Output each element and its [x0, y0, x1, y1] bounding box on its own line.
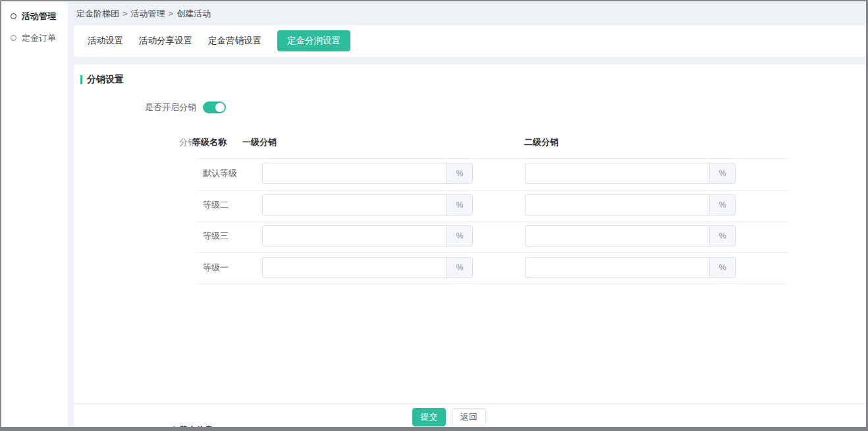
row-divider [196, 221, 788, 222]
percent-unit: % [709, 194, 736, 216]
level-name: 等级二 [203, 194, 229, 216]
percent-unit: % [447, 225, 473, 246]
app-window: 活动管理 定金订单 定金阶梯团>活动管理>创建活动 活动设置 活动分享设置 定金… [0, 0, 868, 431]
level1-rate-input[interactable] [262, 163, 447, 184]
submit-button[interactable]: 提交 [412, 408, 446, 426]
level1-rate-input[interactable] [262, 225, 447, 246]
level1-rate-group: % [262, 257, 473, 278]
percent-unit: % [447, 257, 473, 278]
level2-rate-group: % [525, 225, 736, 246]
tab-bar-card: 活动设置 活动分享设置 定金营销设置 定金分润设置 [74, 25, 866, 57]
tab-deposit-profit-settings[interactable]: 定金分润设置 [277, 30, 350, 51]
sidebar-item-deposit-orders[interactable]: 定金订单 [1, 27, 68, 49]
section-title: 分销设置 [80, 74, 124, 86]
window-border [0, 0, 1, 431]
tab-activity-share-settings[interactable]: 活动分享设置 [139, 30, 192, 51]
level2-rate-input[interactable] [525, 225, 709, 246]
level-name: 默认等级 [203, 163, 237, 184]
distribution-settings-panel: 分销设置 是否开启分销 分销 等级名称 一级分销 二级分销 默认等级 [74, 65, 866, 427]
row-divider [196, 190, 788, 190]
column-header-level-name: 等级名称 [192, 136, 227, 148]
column-header-level1: 一级分销 [242, 136, 277, 148]
window-border [0, 427, 868, 431]
circle-icon [11, 13, 16, 19]
tab-deposit-marketing-settings[interactable]: 定金营销设置 [208, 30, 261, 51]
sidebar-item-activity-management[interactable]: 活动管理 [1, 5, 68, 27]
distribution-toggle[interactable] [203, 101, 226, 113]
level1-rate-input[interactable] [262, 194, 447, 216]
level2-rate-group: % [525, 163, 736, 184]
level1-rate-input[interactable] [262, 257, 447, 278]
breadcrumb-item-current: 创建活动 [176, 9, 211, 18]
back-button[interactable]: 返回 [452, 408, 486, 426]
level-name: 等级一 [203, 257, 229, 278]
section-accent-bar [80, 75, 82, 84]
window-border [0, 0, 868, 1]
row-divider [196, 252, 788, 253]
table-row: 等级三 % % [74, 225, 866, 246]
breadcrumb: 定金阶梯团>活动管理>创建活动 [76, 8, 211, 20]
level1-rate-group: % [262, 225, 473, 246]
level2-rate-input[interactable] [525, 257, 709, 278]
table-row: 默认等级 % % [74, 163, 866, 184]
percent-unit: % [447, 163, 473, 184]
level2-rate-group: % [525, 194, 736, 216]
circle-icon [11, 35, 16, 41]
sidebar-item-label: 定金订单 [22, 32, 56, 44]
level2-rate-input[interactable] [525, 163, 709, 184]
table-row: 等级一 % % [74, 257, 866, 278]
row-divider [196, 158, 788, 159]
level1-rate-group: % [262, 163, 473, 184]
breadcrumb-separator: > [122, 9, 128, 18]
sidebar: 活动管理 定金订单 [1, 1, 68, 427]
level2-rate-group: % [525, 257, 736, 278]
section-title-text: 分销设置 [87, 74, 124, 86]
percent-unit: % [709, 225, 736, 246]
level2-rate-input[interactable] [525, 194, 709, 216]
toggle-knob [215, 103, 225, 112]
breadcrumb-item[interactable]: 定金阶梯团 [76, 9, 119, 18]
column-header-level2: 二级分销 [524, 136, 558, 148]
breadcrumb-item[interactable]: 活动管理 [131, 9, 165, 18]
breadcrumb-separator: > [169, 9, 174, 18]
sidebar-item-label: 活动管理 [22, 11, 56, 22]
level-name: 等级三 [203, 225, 229, 246]
toggle-label: 是否开启分销 [74, 101, 196, 113]
content-area: 定金阶梯团>活动管理>创建活动 活动设置 活动分享设置 定金营销设置 定金分润设… [68, 1, 866, 427]
percent-unit: % [709, 163, 736, 184]
table-row: 等级二 % % [74, 194, 866, 216]
percent-unit: % [447, 194, 473, 216]
tab-activity-settings[interactable]: 活动设置 [88, 30, 123, 51]
percent-unit: % [709, 257, 736, 278]
level1-rate-group: % [262, 194, 473, 216]
row-divider [196, 283, 788, 284]
footer-divider [74, 403, 866, 404]
enable-distribution-row: 是否开启分销 [74, 101, 226, 113]
